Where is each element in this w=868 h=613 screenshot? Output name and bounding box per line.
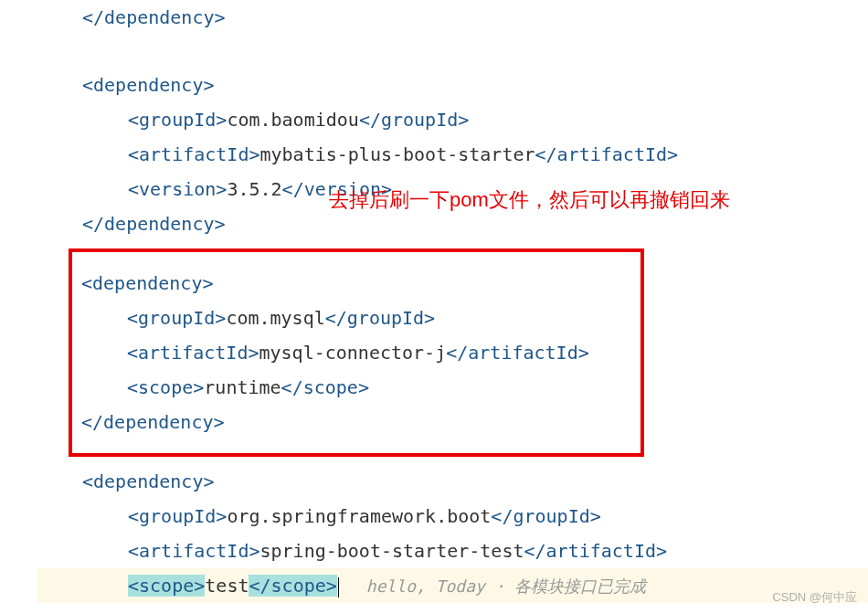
xml-tag: <artifactId> xyxy=(127,342,259,364)
xml-tag: </artifactId> xyxy=(535,143,679,165)
code-line: <dependency> xyxy=(37,68,868,102)
xml-text: org.springframework.boot xyxy=(227,505,491,527)
xml-text: test xyxy=(205,575,249,597)
xml-tag: <scope> xyxy=(127,376,204,398)
xml-tag: <artifactId> xyxy=(128,143,260,165)
current-line[interactable]: <scope>test</scope>hello, Today · 各模块接口已… xyxy=(37,568,868,603)
xml-text: runtime xyxy=(204,376,281,398)
xml-tag: <dependency> xyxy=(82,74,215,96)
xml-tag: </dependency> xyxy=(82,213,226,235)
xml-tag: <groupId> xyxy=(128,109,227,131)
xml-tag: <artifactId> xyxy=(128,540,260,562)
code-line: <dependency> xyxy=(81,266,640,301)
hint-separator: · xyxy=(485,576,515,596)
xml-tag: </artifactId> xyxy=(524,540,667,562)
code-line: <dependency> xyxy=(37,464,868,499)
xml-text: com.mysql xyxy=(226,307,324,329)
xml-tag: <dependency> xyxy=(81,272,214,294)
code-line: <artifactId>spring-boot-starter-test</ar… xyxy=(37,534,868,568)
text-cursor xyxy=(338,577,339,597)
code-line: </dependency> xyxy=(37,0,868,35)
xml-tag: <dependency> xyxy=(82,470,215,492)
code-editor[interactable]: </dependency> <dependency> <groupId>com.… xyxy=(0,0,868,613)
xml-text: com.baomidou xyxy=(227,109,359,131)
xml-tag-selected: <scope> xyxy=(128,575,205,597)
xml-tag: <groupId> xyxy=(127,307,226,329)
xml-text: mysql-connector-j xyxy=(259,342,447,364)
xml-tag: <groupId> xyxy=(128,505,227,527)
code-line: </dependency> xyxy=(81,405,640,439)
xml-tag: </groupId> xyxy=(359,109,469,131)
highlight-box: <dependency> <groupId>com.mysql</groupId… xyxy=(69,248,644,457)
inline-hint: hello, Today · 各模块接口已完成 xyxy=(366,576,647,596)
watermark: CSDN @何中应 xyxy=(772,589,857,606)
code-line: <artifactId>mysql-connector-j</artifactI… xyxy=(81,335,640,370)
xml-tag-selected: </scope> xyxy=(249,575,336,597)
code-line: <groupId>com.mysql</groupId> xyxy=(81,301,640,335)
code-line: </dependency> xyxy=(37,603,868,613)
blank-line xyxy=(37,35,868,68)
xml-tag: </artifactId> xyxy=(446,342,589,364)
hint-text: hello, Today xyxy=(366,576,485,596)
xml-tag: </dependency> xyxy=(82,609,226,613)
xml-tag: </groupId> xyxy=(491,505,600,527)
code-line: <artifactId>mybatis-plus-boot-starter</a… xyxy=(37,137,868,172)
code-line: <scope>runtime</scope> xyxy=(81,370,640,405)
hint-text-cn: 各模块接口已完成 xyxy=(514,577,646,596)
xml-tag: </dependency> xyxy=(82,6,226,28)
annotation-text: 去掉后刷一下pom文件，然后可以再撤销回来 xyxy=(329,181,730,219)
xml-text: 3.5.2 xyxy=(227,178,281,200)
code-line: <groupId>org.springframework.boot</group… xyxy=(37,499,868,534)
xml-tag: </dependency> xyxy=(81,411,225,433)
xml-tag: </scope> xyxy=(281,376,369,398)
code-line: <groupId>com.baomidou</groupId> xyxy=(37,102,868,137)
xml-text: mybatis-plus-boot-starter xyxy=(260,143,535,165)
xml-tag: <version> xyxy=(128,178,227,200)
xml-text: spring-boot-starter-test xyxy=(260,540,524,562)
xml-tag: </groupId> xyxy=(325,307,435,329)
